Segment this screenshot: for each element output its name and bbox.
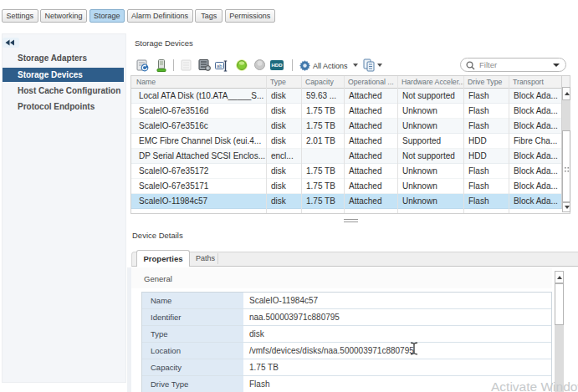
svg-text:ab: ab bbox=[217, 64, 223, 69]
